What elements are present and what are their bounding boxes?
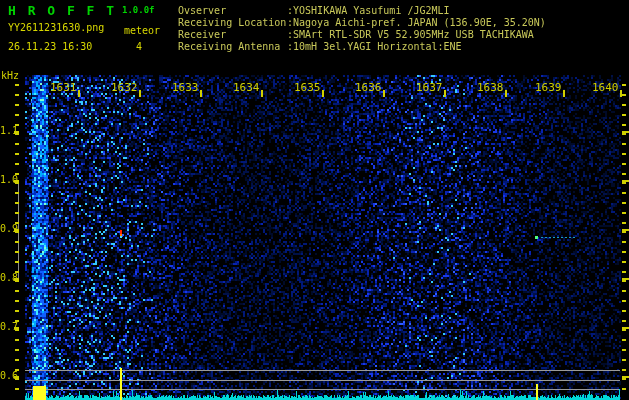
observation-info: Ovserver:YOSHIKAWA Yasufumi /JG2MLIRecei… xyxy=(178,5,546,53)
app-version: 1.0.0f xyxy=(122,6,155,15)
timestamp: 26.11.23 16:30 xyxy=(8,42,92,52)
y-tick-label: 0.7 xyxy=(0,322,16,332)
y-tick-label: 0.9 xyxy=(0,224,16,234)
meteor-count: 4 xyxy=(136,42,142,52)
mode-label: meteor xyxy=(124,26,160,36)
y-tick-label: 0.6 xyxy=(0,371,16,381)
x-tick-label: 1631 xyxy=(50,82,76,93)
observation-row: Ovserver:YOSHIKAWA Yasufumi /JG2MLI xyxy=(178,5,546,17)
output-filename: YY2611231630.png xyxy=(8,23,104,33)
y-axis-unit: kHz xyxy=(1,71,19,81)
x-tick-label: 1635 xyxy=(294,82,320,93)
observation-row: Receiver:SMArt RTL-SDR V5 52.905MHz USB … xyxy=(178,29,546,41)
observation-value: 10mH 3el.YAGI Horizontal:ENE xyxy=(293,41,462,52)
hrofft-screen: H R O F F T 1.0.0f YY2611231630.png mete… xyxy=(0,0,629,400)
observation-label: Receiving Location xyxy=(178,17,287,29)
y-tick-label: 1.0 xyxy=(0,175,16,185)
x-tick-label: 1632 xyxy=(111,82,137,93)
spectrogram-canvas xyxy=(0,0,629,400)
observation-value: SMArt RTL-SDR V5 52.905MHz USB TACHIKAWA xyxy=(293,29,534,40)
x-tick-label: 1639 xyxy=(535,82,561,93)
observation-value: Nagoya Aichi-pref. JAPAN (136.90E, 35.20… xyxy=(293,17,546,28)
observation-label: Receiving Antenna xyxy=(178,41,287,53)
observation-value: YOSHIKAWA Yasufumi /JG2MLI xyxy=(293,5,450,16)
observation-label: Ovserver xyxy=(178,5,287,17)
x-tick-label: 1636 xyxy=(355,82,381,93)
x-tick-label: 1638 xyxy=(477,82,503,93)
x-tick-label: 1633 xyxy=(172,82,198,93)
observation-row: Receiving Antenna:10mH 3el.YAGI Horizont… xyxy=(178,41,546,53)
x-tick-label: 1634 xyxy=(233,82,259,93)
y-tick-label: 0.8 xyxy=(0,273,16,283)
x-tick-label: 1640 xyxy=(592,82,618,93)
observation-row: Receiving Location:Nagoya Aichi-pref. JA… xyxy=(178,17,546,29)
y-tick-label: 1.1 xyxy=(0,126,16,136)
x-tick-label: 1637 xyxy=(416,82,442,93)
observation-label: Receiver xyxy=(178,29,287,41)
app-title: H R O F F T xyxy=(8,4,116,17)
